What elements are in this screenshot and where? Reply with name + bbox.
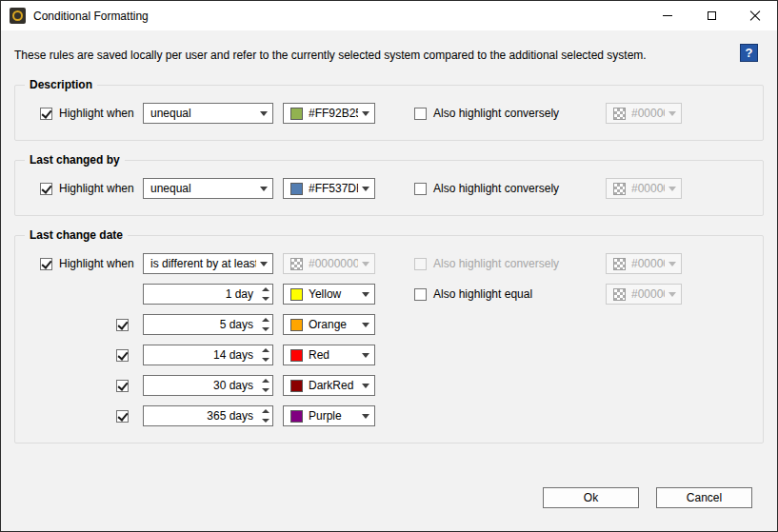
- group-title-last-change-date: Last change date: [25, 228, 128, 242]
- threshold-4-days-spinner[interactable]: 30 days: [143, 375, 273, 396]
- spinner-value[interactable]: 30 days: [144, 376, 258, 395]
- last-changed-by-highlight-when-checkbox[interactable]: [40, 183, 52, 195]
- color-swatch: [290, 108, 303, 120]
- threshold-4-color-combobox[interactable]: DarkRed: [283, 375, 375, 396]
- combobox-value: #00000000: [631, 182, 665, 195]
- spin-up-button[interactable]: [258, 315, 272, 325]
- spin-up-button[interactable]: [258, 406, 272, 416]
- chevron-down-icon: [260, 111, 268, 116]
- chevron-down-icon: [260, 262, 268, 266]
- close-button[interactable]: [733, 1, 777, 30]
- description-color-combobox[interactable]: #FF92B250: [283, 103, 375, 124]
- spin-down-button[interactable]: [258, 294, 272, 304]
- spinner-value[interactable]: 1 day: [144, 285, 258, 304]
- also-conversely-label: Also highlight conversely: [433, 257, 559, 270]
- threshold-3-enabled-checkbox[interactable]: [116, 349, 129, 362]
- also-conversely-label: Also highlight conversely: [433, 107, 559, 120]
- highlight-when-cell: Highlight when: [40, 182, 143, 195]
- spinner-value[interactable]: 5 days: [144, 315, 258, 334]
- description-highlight-when-checkbox[interactable]: [40, 108, 52, 120]
- last-change-date-rule-row: Highlight when is different by at least …: [40, 253, 763, 274]
- chevron-down-icon: [668, 111, 676, 116]
- chevron-down-icon: [668, 292, 676, 297]
- description-rule-row: Highlight when unequal #FF92B250 Also hi…: [40, 103, 763, 124]
- spin-down-button[interactable]: [258, 325, 272, 334]
- color-swatch: [290, 183, 303, 195]
- color-swatch: [290, 349, 303, 362]
- spin-up-icon: [262, 379, 269, 383]
- spinner-value[interactable]: 14 days: [144, 345, 258, 365]
- transparent-swatch: [613, 258, 626, 270]
- spin-up-button[interactable]: [258, 345, 272, 355]
- minimize-button[interactable]: [646, 1, 689, 30]
- threshold-3-days-spinner[interactable]: 14 days: [143, 345, 273, 365]
- also-conversely-cell: Also highlight conversely: [414, 257, 564, 270]
- chevron-down-icon: [668, 187, 676, 191]
- last-change-date-highlight-when-checkbox[interactable]: [40, 258, 52, 270]
- cancel-button[interactable]: Cancel: [656, 487, 752, 508]
- last-change-date-operator-color-combobox: #00000000: [283, 253, 375, 274]
- chevron-down-icon: [362, 414, 369, 419]
- chevron-down-icon: [362, 111, 369, 116]
- highlight-when-label: Highlight when: [59, 182, 134, 195]
- last-change-date-operator-combobox[interactable]: is different by at least: [143, 253, 273, 274]
- threshold-2-days-spinner[interactable]: 5 days: [143, 314, 273, 335]
- info-text: These rules are saved locally per user a…: [14, 44, 647, 62]
- spin-up-button[interactable]: [258, 376, 272, 385]
- spin-down-icon: [262, 388, 269, 392]
- combobox-value: #00000000: [631, 107, 665, 120]
- app-icon: [10, 8, 26, 24]
- threshold-2-enabled-checkbox[interactable]: [116, 319, 129, 331]
- spin-down-button[interactable]: [258, 385, 272, 395]
- spinner-value[interactable]: 365 days: [144, 406, 258, 425]
- spin-up-icon: [262, 409, 269, 413]
- threshold-5-checkbox-cell: [40, 410, 143, 423]
- threshold-4-checkbox-cell: [40, 380, 143, 392]
- info-row: These rules are saved locally per user a…: [14, 44, 764, 62]
- threshold-5-color-combobox[interactable]: Purple: [283, 405, 375, 426]
- highlight-when-cell: Highlight when: [40, 257, 143, 270]
- threshold-row-1: 1 day Yellow Also highlight equal: [40, 284, 763, 305]
- spin-down-icon: [262, 358, 269, 362]
- threshold-row-5: 365 days Purple: [40, 405, 763, 426]
- combobox-value: is different by at least: [150, 257, 256, 270]
- spin-up-icon: [262, 287, 269, 291]
- description-operator-combobox[interactable]: unequal: [143, 103, 273, 124]
- spin-down-button[interactable]: [258, 416, 272, 425]
- threshold-3-color-combobox[interactable]: Red: [283, 345, 375, 365]
- threshold-5-enabled-checkbox[interactable]: [116, 410, 129, 423]
- spin-down-icon: [262, 297, 269, 301]
- threshold-row-4: 30 days DarkRed: [40, 375, 763, 396]
- threshold-1-days-spinner[interactable]: 1 day: [143, 284, 273, 305]
- chevron-down-icon: [668, 262, 676, 266]
- combobox-value: Red: [309, 348, 358, 362]
- dialog-content: These rules are saved locally per user a…: [1, 30, 777, 532]
- threshold-3-checkbox-cell: [40, 349, 143, 362]
- chevron-down-icon: [260, 187, 268, 191]
- threshold-2-color-combobox[interactable]: Orange: [283, 314, 375, 335]
- maximize-button[interactable]: [689, 1, 733, 30]
- transparent-swatch: [613, 183, 626, 195]
- also-conversely-cell: Also highlight conversely: [414, 182, 564, 195]
- transparent-swatch: [613, 108, 626, 120]
- highlight-when-cell: Highlight when: [40, 107, 143, 120]
- last-changed-by-also-conversely-checkbox[interactable]: [414, 183, 427, 195]
- spin-down-icon: [262, 419, 269, 423]
- threshold-5-days-spinner[interactable]: 365 days: [143, 405, 273, 426]
- spinner-buttons: [258, 315, 272, 334]
- help-button[interactable]: ?: [740, 44, 758, 62]
- description-also-conversely-checkbox[interactable]: [414, 108, 427, 120]
- last-changed-by-operator-combobox[interactable]: unequal: [143, 178, 273, 199]
- also-equal-checkbox[interactable]: [414, 288, 427, 301]
- chevron-down-icon: [362, 353, 369, 358]
- equal-color-combobox: #00000000: [606, 284, 682, 305]
- also-conversely-cell: Also highlight conversely: [414, 107, 564, 120]
- combobox-value: DarkRed: [309, 379, 358, 392]
- spin-up-button[interactable]: [258, 285, 272, 294]
- ok-button[interactable]: Ok: [543, 487, 639, 508]
- also-conversely-label: Also highlight conversely: [433, 182, 559, 195]
- last-changed-by-color-combobox[interactable]: #FF537DB1: [283, 178, 375, 199]
- threshold-4-enabled-checkbox[interactable]: [116, 380, 129, 392]
- threshold-1-color-combobox[interactable]: Yellow: [283, 284, 375, 305]
- spin-down-button[interactable]: [258, 355, 272, 365]
